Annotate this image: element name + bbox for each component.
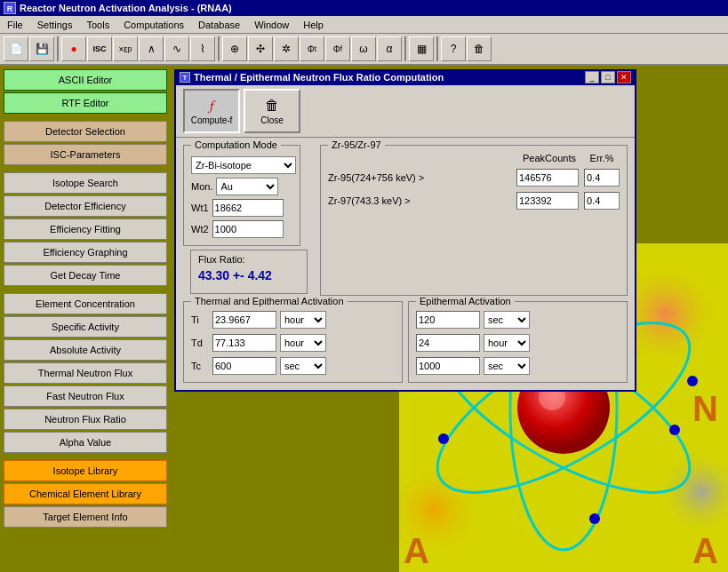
toolbar-cross[interactable]: ✣ <box>248 36 273 61</box>
toolbar-star[interactable]: ✲ <box>274 36 299 61</box>
sidebar-absolute-activity[interactable]: Absolute Activity <box>4 339 167 361</box>
tc-unit[interactable]: sec hour min <box>280 357 326 375</box>
toolbar-red-circle[interactable]: ● <box>61 36 86 61</box>
monitor-label: Mon. <box>191 181 212 192</box>
svg-point-16 <box>438 433 449 444</box>
computation-mode-title: Computation Mode <box>191 139 281 150</box>
app-icon: R <box>4 2 16 14</box>
dialog-minimize[interactable]: _ <box>585 71 599 83</box>
app-title: Reactor Neutron Activation Analysis - (R… <box>20 3 232 13</box>
toolbar-xep[interactable]: ×εp <box>113 36 138 61</box>
dialog-titlebar: T Thermal / Epithermal Neutron Flux Rati… <box>176 69 635 85</box>
monitor-select[interactable]: Au <box>216 178 278 195</box>
sidebar-thermal-neutron-flux[interactable]: Thermal Neutron Flux <box>4 362 167 384</box>
sidebar-target-element-info[interactable]: Target Element Info <box>4 506 167 528</box>
epi-unit-2[interactable]: sec hour min <box>484 357 530 375</box>
menu-help[interactable]: Help <box>296 16 331 33</box>
td-label: Td <box>191 338 209 348</box>
ti-input[interactable] <box>212 311 276 329</box>
computation-mode-box: Computation Mode Zr-Bi-isotope Mon. Au <box>183 145 300 246</box>
computation-mode-select[interactable]: Zr-Bi-isotope <box>191 156 296 174</box>
sidebar-isotope-library[interactable]: Isotope Library <box>4 460 167 481</box>
toolbar-help[interactable]: ? <box>441 36 466 61</box>
ti-label: Ti <box>191 314 209 325</box>
sidebar-rtf-editor[interactable]: RTF Editor <box>4 92 167 114</box>
svg-text:N: N <box>692 389 718 428</box>
zr95-counts[interactable] <box>516 169 579 187</box>
wt1-input[interactable] <box>212 199 284 217</box>
sidebar-element-concentration[interactable]: Element Concentration <box>4 293 167 314</box>
dialog-title: Thermal / Epithermal Neutron Flux Ratio … <box>194 72 444 83</box>
zr95-label: Zr-95(724+756 keV) > <box>328 172 511 183</box>
dialog-maximize[interactable]: □ <box>601 71 615 83</box>
zr-panel: Zr-95/Zr-97 PeakCounts Err.% Zr-95(724+7… <box>320 145 628 296</box>
menu-database[interactable]: Database <box>191 16 247 33</box>
menu-computations[interactable]: Computations <box>116 16 191 33</box>
sidebar-efficiency-fitting[interactable]: Efficiency Fitting <box>4 218 167 240</box>
toolbar-new[interactable]: 📄 <box>4 36 28 61</box>
wt2-input[interactable] <box>212 220 284 238</box>
sidebar-detector-efficiency[interactable]: Detector Efficiency <box>4 195 167 217</box>
toolbar-alpha[interactable]: α <box>377 36 402 61</box>
sidebar-chemical-element-library[interactable]: Chemical Element Library <box>4 483 167 504</box>
menu-tools[interactable]: Tools <box>79 16 116 33</box>
epithermal-title: Epithermal Activation <box>416 296 515 306</box>
menu-window[interactable]: Window <box>247 16 296 33</box>
svg-point-14 <box>589 513 600 524</box>
titlebar: R Reactor Neutron Activation Analysis - … <box>0 0 728 16</box>
flux-ratio-value: 43.30 +- 4.42 <box>198 265 300 286</box>
zr95-err[interactable] <box>584 169 620 187</box>
thermal-title: Thermal and Epithermal Activation <box>191 296 348 306</box>
toolbar-phi-t[interactable]: Φt <box>300 36 324 61</box>
err-header: Err.% <box>584 153 620 163</box>
wt1-label: Wt1 <box>191 203 209 213</box>
dialog-close-x[interactable]: ✕ <box>617 71 631 83</box>
toolbar-omega[interactable]: ω <box>351 36 376 61</box>
sidebar-specific-activity[interactable]: Specific Activity <box>4 316 167 338</box>
toolbar: 📄 💾 ● ISC ×εp ∧ ∿ ⌇ ⊕ ✣ ✲ Φt Φf ω α ▦ ? … <box>0 34 728 66</box>
wt2-label: Wt2 <box>191 224 209 234</box>
epi-unit-0[interactable]: sec hour min <box>484 311 530 329</box>
zr97-err[interactable] <box>584 192 620 210</box>
flux-ratio-label: Flux Ratio: <box>198 254 245 265</box>
svg-point-12 <box>669 425 680 435</box>
compute-f-button[interactable]: 𝑓 Compute-f <box>183 89 240 133</box>
sidebar-ascii-editor[interactable]: ASCII Editor <box>4 69 167 91</box>
epi-input-1[interactable] <box>416 334 480 352</box>
toolbar-isc[interactable]: ISC <box>87 36 112 61</box>
toolbar-phi-f[interactable]: Φf <box>325 36 350 61</box>
td-unit[interactable]: hour sec min <box>280 334 326 352</box>
sidebar-alpha-value[interactable]: Alpha Value <box>4 432 167 453</box>
close-label: Close <box>260 115 284 125</box>
toolbar-grid[interactable]: ▦ <box>409 36 434 61</box>
zr97-counts[interactable] <box>516 192 579 210</box>
tc-input[interactable] <box>212 357 276 375</box>
toolbar-curve2[interactable]: ∿ <box>164 36 189 61</box>
epi-unit-1[interactable]: hour sec min <box>484 334 530 352</box>
menu-settings[interactable]: Settings <box>30 16 80 33</box>
ti-unit[interactable]: hour sec min <box>280 311 326 329</box>
toolbar-curve1[interactable]: ∧ <box>139 36 164 61</box>
epi-input-2[interactable] <box>416 357 480 375</box>
sidebar-isotope-search[interactable]: Isotope Search <box>4 172 167 194</box>
activation-panels: Thermal and Epithermal Activation Ti hou… <box>176 301 635 390</box>
toolbar-trash[interactable]: 🗑 <box>467 36 492 61</box>
toolbar-circle-plus[interactable]: ⊕ <box>222 36 247 61</box>
menu-file[interactable]: File <box>0 16 30 33</box>
sidebar-get-decay-time[interactable]: Get Decay Time <box>4 265 167 286</box>
toolbar-save[interactable]: 💾 <box>29 36 54 61</box>
td-input[interactable] <box>212 334 276 352</box>
dialog-toolbar: 𝑓 Compute-f 🗑 Close <box>176 85 635 138</box>
toolbar-curve3[interactable]: ⌇ <box>190 36 215 61</box>
epi-input-0[interactable] <box>416 311 480 329</box>
sidebar-detector-selection[interactable]: Detector Selection <box>4 121 167 142</box>
sidebar-fast-neutron-flux[interactable]: Fast Neutron Flux <box>4 385 167 407</box>
sidebar-isc-parameters[interactable]: ISC-Parameters <box>4 144 167 165</box>
sidebar-neutron-flux-ratio[interactable]: Neutron Flux Ratio <box>4 409 167 430</box>
main-area: ASCII Editor RTF Editor Detector Selecti… <box>0 66 728 572</box>
sidebar-efficiency-graphing[interactable]: Efficiency Graphing <box>4 242 167 263</box>
tc-label: Tc <box>191 361 209 371</box>
thermal-activation-box: Thermal and Epithermal Activation Ti hou… <box>183 301 403 383</box>
epithermal-activation-box: Epithermal Activation sec hour min hour <box>408 301 628 383</box>
close-button[interactable]: 🗑 Close <box>244 89 300 133</box>
